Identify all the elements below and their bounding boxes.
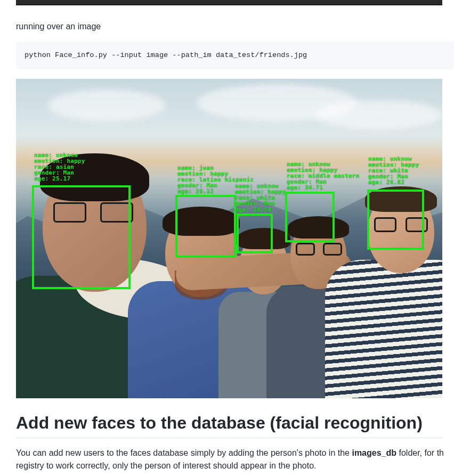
cloud xyxy=(48,89,165,121)
face-label: name: unknow emotion: happy race: middle… xyxy=(287,161,359,191)
face-bounding-box xyxy=(285,192,335,242)
face-bounding-box xyxy=(367,190,424,250)
section-paragraph: You can add new users to the faces datab… xyxy=(16,447,454,472)
face-bounding-box xyxy=(237,214,273,253)
face-label: name: unknow emotion: happy race: asian … xyxy=(34,152,85,182)
previous-image-strip xyxy=(16,0,442,5)
demo-output-image: .demo-image .person:nth-of-type(6) .glas… xyxy=(16,79,442,398)
caption-text: running over an image xyxy=(16,20,454,33)
section-heading: Add new faces to the database (facial re… xyxy=(16,412,442,438)
cloud xyxy=(314,100,442,129)
code-block[interactable]: python Face_info.py --input image --path… xyxy=(16,42,454,69)
face-bounding-box xyxy=(175,195,236,258)
face-label: name: unknow emotion: happy race: white … xyxy=(368,156,419,185)
folder-name: images_db xyxy=(352,448,396,457)
face-label: name: unknow emotion: happy race: white … xyxy=(235,183,286,212)
para-text: You can add new users to the faces datab… xyxy=(16,448,352,457)
face-bounding-box xyxy=(32,185,131,289)
